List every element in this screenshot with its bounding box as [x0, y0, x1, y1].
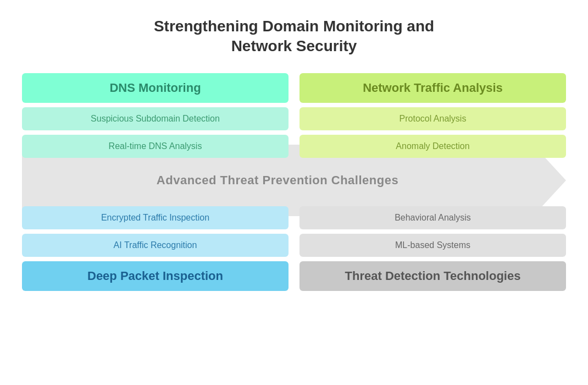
dpi-column: Encrypted Traffic Inspection AI Traffic …: [22, 206, 289, 291]
network-traffic-header: Network Traffic Analysis: [299, 73, 566, 103]
encrypted-traffic-box: Encrypted Traffic Inspection: [22, 206, 289, 229]
protocol-analysis-box: Protocol Analysis: [299, 107, 566, 130]
dpi-header: Deep Packet Inspection: [22, 261, 289, 291]
dns-monitoring-header: DNS Monitoring: [22, 73, 289, 103]
threat-detection-column: Behavioral Analysis ML-based Systems Thr…: [299, 206, 566, 291]
bottom-section: Encrypted Traffic Inspection AI Traffic …: [22, 206, 566, 291]
anomaly-detection-box: Anomaly Detection: [299, 135, 566, 158]
top-section: DNS Monitoring Suspicious Subdomain Dete…: [22, 73, 566, 158]
dns-column: DNS Monitoring Suspicious Subdomain Dete…: [22, 73, 289, 158]
behavioral-analysis-box: Behavioral Analysis: [299, 206, 566, 229]
realtime-dns-box: Real-time DNS Analysis: [22, 135, 289, 158]
ml-systems-box: ML-based Systems: [299, 234, 566, 257]
ai-traffic-box: AI Traffic Recognition: [22, 234, 289, 257]
threat-detection-header: Threat Detection Technologies: [299, 261, 566, 291]
diagram: Advanced Threat Prevention Challenges DN…: [22, 73, 566, 291]
page-title: Strengthening Domain Monitoring and Netw…: [154, 16, 434, 57]
traffic-analysis-column: Network Traffic Analysis Protocol Analys…: [299, 73, 566, 158]
suspicious-subdomain-box: Suspicious Subdomain Detection: [22, 107, 289, 130]
